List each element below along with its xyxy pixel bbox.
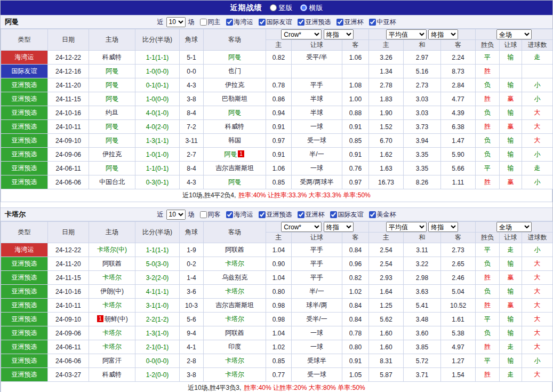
corner-score: 2-8 <box>180 354 204 368</box>
same-venue-checkbox-input[interactable] <box>200 211 207 218</box>
neutral-badge: 1 <box>238 150 244 157</box>
league-checkbox-input[interactable] <box>259 19 266 26</box>
result-winloss: 胜 <box>476 92 500 106</box>
result-handicap: 走 <box>500 243 522 257</box>
league-checkbox-input[interactable] <box>226 19 233 26</box>
avg-draw: 3.94 <box>404 134 441 148</box>
league-filter-checkbox[interactable]: 亚洲杯 <box>298 210 325 219</box>
away-team: 阿曼 <box>204 106 266 120</box>
league-checkbox-input[interactable] <box>298 19 304 26</box>
league-checkbox-input[interactable] <box>369 211 376 218</box>
league-filter-checkbox[interactable]: 亚洲预选 <box>259 210 292 219</box>
odds-away: 0.84 <box>342 313 369 326</box>
full-match-header: 全场 <box>476 29 553 40</box>
result-goals: 大 <box>522 368 553 382</box>
match-row: 亚洲预选24-09-10阿曼1-3(1-1)3-11韩国0.97受一球0.856… <box>1 134 553 148</box>
odds-home <box>266 65 292 78</box>
full-match-select[interactable]: 全场 <box>496 222 532 232</box>
odds-handicap: 受一球 <box>292 368 342 382</box>
summary-record: 近10场,胜4平2负4, <box>182 191 236 200</box>
average-select[interactable]: 平均值 <box>386 29 427 39</box>
odds-stage-select[interactable]: 终指 <box>324 29 354 39</box>
odds-home: 0.85 <box>266 175 292 189</box>
league-filter-checkbox[interactable]: 国际友谊 <box>259 18 292 27</box>
odds-away: 0.91 <box>342 354 369 368</box>
score: 1-2(0-0) <box>135 368 180 382</box>
avg-draw: 8.26 <box>404 175 441 189</box>
result-handicap: 输 <box>500 257 522 271</box>
score: 4-0(1-0) <box>135 106 180 120</box>
league-checkbox-input[interactable] <box>226 211 233 218</box>
league-label: 亚洲杯 <box>306 210 325 219</box>
same-venue-checkbox[interactable]: 同客 <box>200 210 221 219</box>
avg-draw: 2.98 <box>404 271 441 285</box>
league-checkbox-input[interactable] <box>336 19 343 26</box>
odds-handicap: 受两/两球半 <box>292 175 342 189</box>
odds-home: 0.97 <box>266 134 292 148</box>
layout-vertical-radio[interactable]: 竖版 <box>270 3 293 13</box>
league-checkbox-input[interactable] <box>330 211 337 218</box>
league-filter-checkbox[interactable]: 亚洲杯 <box>336 18 364 27</box>
result-handicap: 赢 <box>500 175 522 189</box>
league-checkbox-input[interactable] <box>298 211 304 218</box>
league-checkbox-input[interactable] <box>369 19 376 26</box>
league-checkbox-input[interactable] <box>259 211 266 218</box>
corner-score: 10-3 <box>180 299 204 313</box>
avg-draw: 5.41 <box>404 299 441 313</box>
avg-home: 16.73 <box>369 175 404 189</box>
result-handicap: 输 <box>500 162 522 175</box>
avg-draw: 3.03 <box>404 106 441 120</box>
oman-results-table: 类型 日期 主场 比分(半场) 角球 客场 Crow* 终指 平均值 终指 <box>1 29 553 189</box>
vertical-radio-input[interactable] <box>270 4 277 11</box>
team-section-oman: 阿曼 近10场同主海湾运国际友谊亚洲预选亚洲杯中亚杯 类型 日期 主场 比分(半… <box>1 15 552 202</box>
competition-type: 亚洲预选 <box>1 368 48 382</box>
odds-home: 0.77 <box>266 368 292 382</box>
league-filter-checkbox[interactable]: 海湾运 <box>226 210 253 219</box>
recent-count-select[interactable]: 10 <box>166 210 186 220</box>
result-handicap: 输 <box>500 51 522 65</box>
score: 2-2(1-2) <box>135 313 180 326</box>
bookmaker-select[interactable]: Crow* <box>281 29 322 39</box>
corner-score: 4-3 <box>180 175 204 189</box>
average-select[interactable]: 平均值 <box>386 222 427 232</box>
col-header-avg-draw: 和 <box>404 40 441 51</box>
recent-count-select[interactable]: 10 <box>166 17 186 27</box>
same-venue-checkbox[interactable]: 同主 <box>200 18 221 27</box>
same-venue-checkbox-input[interactable] <box>200 19 207 26</box>
layout-horizontal-radio[interactable]: 横版 <box>300 3 323 13</box>
same-venue-label: 同主 <box>208 18 221 27</box>
horizontal-radio-input[interactable] <box>300 4 307 11</box>
away-team: 也门 <box>204 65 266 78</box>
odds-handicap: 受一球 <box>292 134 342 148</box>
result-handicap: 输 <box>500 313 522 326</box>
competition-type: 国际友谊 <box>1 65 48 78</box>
match-row: 亚洲预选24-06-11卡塔尔2-1(0-1)4-1印度1.02一球0.801.… <box>1 340 553 354</box>
league-filter-checkbox[interactable]: 海湾运 <box>226 18 253 27</box>
match-date: 24-11-15 <box>48 271 89 285</box>
odds-stage-select[interactable]: 终指 <box>324 222 354 232</box>
competition-type: 亚洲预选 <box>1 313 48 326</box>
league-filter-checkbox[interactable]: 国际友谊 <box>330 210 364 219</box>
result-winloss: 负 <box>476 257 500 271</box>
away-team: 巴勒斯坦 <box>204 92 266 106</box>
col-header-date: 日期 <box>48 222 89 243</box>
league-label: 国际友谊 <box>338 210 364 219</box>
league-filter-checkbox[interactable]: 中亚杯 <box>369 18 396 27</box>
league-filter-checkbox[interactable]: 美金杯 <box>369 210 396 219</box>
league-filter-checkbox[interactable]: 亚洲预选 <box>298 18 331 27</box>
full-match-select[interactable]: 全场 <box>496 29 532 39</box>
matches-label: 场 <box>188 210 195 219</box>
average-stage-select[interactable]: 终指 <box>428 29 458 39</box>
competition-type: 亚洲预选 <box>1 78 48 92</box>
away-team: 伊拉克 <box>204 78 266 92</box>
col-header-home: 主场 <box>89 222 135 243</box>
bookmaker-select[interactable]: Crow* <box>281 222 322 232</box>
team-section-qatar: 卡塔尔 近10场同客海湾运亚洲预选亚洲杯国际友谊美金杯 类型 日期 主场 比分(… <box>1 207 552 392</box>
avg-home: 1.25 <box>369 299 404 313</box>
competition-type: 亚洲预选 <box>1 120 48 134</box>
col-header-odds-home: 主 <box>266 40 292 51</box>
odds-handicap: 平手 <box>292 271 342 285</box>
average-stage-select[interactable]: 终指 <box>428 222 458 232</box>
filter-bar: 近10场同主海湾运国际友谊亚洲预选亚洲杯中亚杯 <box>157 17 396 27</box>
competition-type: 亚洲预选 <box>1 175 48 189</box>
